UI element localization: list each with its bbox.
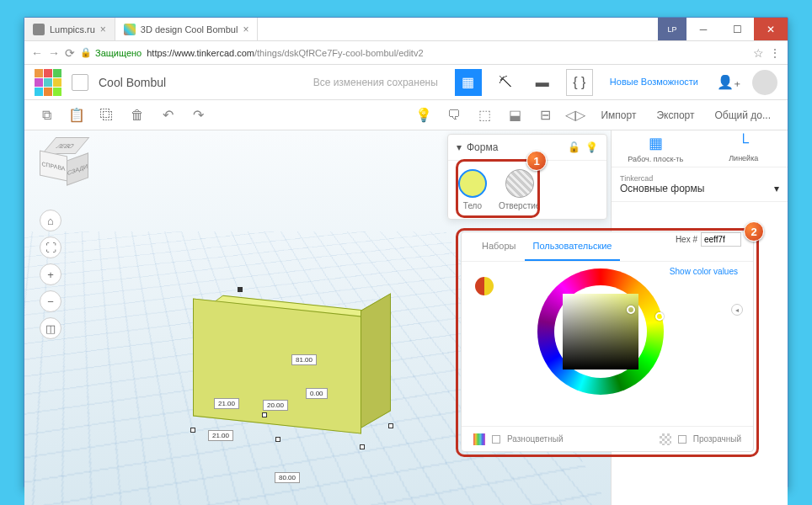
home-view-button[interactable]: ⌂ — [40, 210, 61, 231]
color-footer: Разноцветный Прозрачный — [462, 426, 753, 451]
annotation-badge-2: 2 — [744, 221, 764, 242]
minimize-button[interactable]: ─ — [686, 18, 720, 40]
paste-button[interactable]: 📋 — [65, 104, 88, 127]
secure-indicator[interactable]: 🔒 Защищено — [80, 47, 142, 58]
solid-option[interactable]: Тело — [458, 169, 487, 210]
dimension-label[interactable]: 21.00 — [208, 430, 233, 441]
dimension-label[interactable]: 20.00 — [263, 400, 288, 411]
category-name: Основные формы▾ — [620, 183, 779, 194]
ruler-tool[interactable]: └ Линейка — [700, 130, 788, 167]
view-cube[interactable]: ЛЕВО СПРАВА СЗАДИ — [40, 137, 87, 184]
note-icon[interactable]: 🗨 — [442, 104, 466, 127]
multicolor-label: Разноцветный — [507, 434, 564, 444]
tool-label: Линейка — [729, 154, 758, 162]
tab-custom[interactable]: Пользовательские — [525, 232, 621, 261]
secure-label: Защищено — [95, 48, 142, 58]
forward-icon[interactable]: → — [48, 46, 60, 60]
dimension-label[interactable]: 80.00 — [275, 472, 300, 483]
url-field[interactable]: https://www.tinkercad.com/things/dskQfRC… — [147, 48, 748, 58]
redo-button[interactable]: ↷ — [186, 104, 210, 127]
annotation-badge-1: 1 — [526, 151, 547, 171]
reload-icon[interactable]: ⟳ — [65, 46, 75, 60]
bulb-icon[interactable]: 💡 — [412, 104, 435, 127]
dimension-label[interactable]: 81.00 — [291, 354, 317, 365]
tab-lumpics[interactable]: Lumpics.ru × — [24, 18, 115, 40]
workplane-tool[interactable]: ▦ Рабоч. плоск-ть — [612, 130, 700, 167]
multicolor-checkbox[interactable] — [492, 435, 500, 444]
mirror-button[interactable]: ◁▷ — [564, 104, 587, 127]
invite-user-button[interactable]: 👤₊ — [715, 69, 742, 96]
duplicate-button[interactable]: ⿻ — [95, 104, 119, 127]
bulb-icon[interactable]: 💡 — [585, 141, 598, 153]
workspace[interactable]: ЛЕВО СПРАВА СЗАДИ ⌂ ⛶ + − ◫ 80.00 81.00 … — [24, 130, 788, 505]
close-icon[interactable]: × — [243, 24, 248, 35]
url-domain: https://www.tinkercad.com — [147, 48, 254, 58]
cube-front[interactable]: СПРАВА — [40, 150, 67, 181]
solid-color-swatch — [458, 169, 487, 198]
new-features-link[interactable]: Новые Возможности — [603, 77, 705, 88]
saturation-value-square[interactable] — [563, 294, 638, 369]
resize-handle[interactable] — [360, 444, 365, 449]
group-button[interactable]: ⬚ — [473, 104, 496, 127]
view-grid-button[interactable]: ▦ — [455, 69, 482, 96]
close-button[interactable]: ✕ — [754, 18, 788, 40]
panel-title: Форма — [467, 141, 498, 153]
tab-tinkercad[interactable]: 3D design Cool Bombul × — [115, 18, 259, 40]
fit-view-button[interactable]: ⛶ — [40, 237, 61, 258]
close-icon[interactable]: × — [100, 24, 106, 35]
lock-icon[interactable]: 🔓 — [568, 141, 580, 153]
lego-icon[interactable]: ▬ — [529, 69, 556, 96]
back-icon[interactable]: ← — [31, 46, 43, 60]
tab-presets[interactable]: Наборы — [473, 232, 525, 261]
maximize-button[interactable]: ☐ — [720, 18, 754, 40]
resize-handle[interactable] — [388, 423, 393, 428]
hole-option[interactable]: Отверстие — [499, 169, 540, 210]
titlebar: Lumpics.ru × 3D design Cool Bombul × LP … — [24, 18, 788, 41]
sidebar-tools: ▦ Рабоч. плоск-ть └ Линейка — [612, 130, 788, 167]
dimension-label[interactable]: 0.00 — [306, 388, 328, 399]
show-values-link[interactable]: Show color values — [670, 267, 738, 276]
collapse-icon[interactable]: ▾ — [457, 141, 462, 153]
dimension-label[interactable]: 21.00 — [214, 398, 239, 409]
hex-input[interactable] — [701, 232, 741, 247]
expand-icon[interactable]: ◂ — [731, 304, 743, 316]
sv-handle[interactable] — [627, 306, 635, 314]
file-button[interactable] — [72, 74, 88, 91]
menu-icon[interactable]: ⋮ — [769, 46, 781, 60]
transparent-checkbox[interactable] — [678, 435, 686, 444]
transparent-label: Прозрачный — [693, 434, 741, 444]
export-button[interactable]: Экспорт — [649, 109, 701, 121]
code-blocks-button[interactable]: { } — [566, 69, 593, 96]
shape-category-selector[interactable]: Tinkercad Основные формы▾ — [612, 167, 788, 202]
selected-shape[interactable] — [193, 299, 395, 433]
ruler-icon: └ — [738, 134, 749, 152]
copy-button[interactable]: ⧉ — [35, 104, 58, 127]
resize-handle[interactable] — [190, 428, 195, 433]
avatar[interactable] — [752, 70, 777, 95]
option-label: Тело — [463, 201, 482, 210]
color-body: Show color values ◂ Hex # — [462, 262, 753, 279]
url-path: /things/dskQfRCe7Fy-cool-bombul/editv2 — [254, 48, 424, 58]
undo-button[interactable]: ↶ — [156, 104, 179, 127]
star-icon[interactable]: ☆ — [753, 46, 764, 60]
align-button[interactable]: ⊟ — [533, 104, 557, 127]
resize-handle[interactable] — [275, 437, 280, 442]
cube-side[interactable]: СЗАДИ — [67, 152, 88, 185]
ortho-button[interactable]: ◫ — [40, 317, 61, 339]
resize-handle[interactable] — [262, 412, 267, 417]
lp-badge[interactable]: LP — [658, 18, 686, 40]
resize-handle[interactable] — [238, 287, 243, 292]
import-button[interactable]: Импорт — [594, 109, 643, 121]
pickaxe-icon[interactable]: ⛏ — [492, 69, 519, 96]
delete-button[interactable]: 🗑 — [126, 104, 149, 127]
zoom-out-button[interactable]: − — [40, 290, 61, 312]
tinkercad-logo-icon[interactable] — [35, 69, 61, 96]
project-name[interactable]: Cool Bombul — [99, 76, 166, 89]
hue-handle[interactable] — [655, 312, 664, 321]
ungroup-button[interactable]: ⬓ — [503, 104, 526, 127]
share-button[interactable]: Общий до... — [708, 109, 778, 121]
shape-face-front — [193, 298, 361, 433]
zoom-in-button[interactable]: + — [40, 263, 61, 285]
save-state: Все изменения сохранены — [313, 77, 438, 88]
favicon-icon — [33, 24, 45, 35]
